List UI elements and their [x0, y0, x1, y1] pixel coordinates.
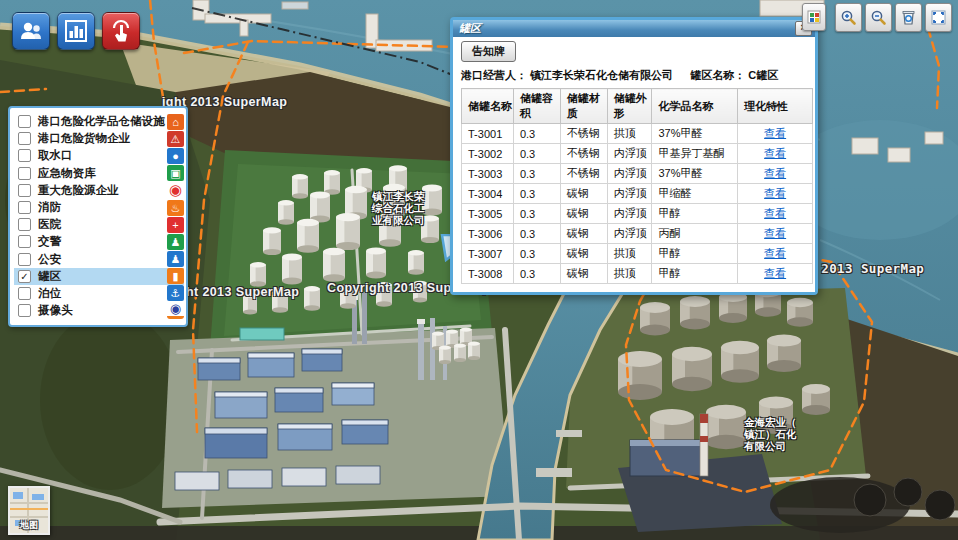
full-extent-button[interactable] — [925, 3, 952, 32]
layer-item[interactable]: 重大危险源企业 ◉ — [14, 182, 184, 199]
view-link[interactable]: 查看 — [764, 267, 786, 279]
table-row: T-3007 0.3 碳钢 拱顶 甲醇 查看 — [462, 244, 813, 264]
tank-shape-cell: 内浮顶 — [607, 164, 652, 184]
layer-panel: 港口危险化学品仓储设施 ⌂ 港口危险货物企业 ⚠ 取水口 ● 应急物资库 ▣ — [8, 106, 188, 327]
layer-checkbox[interactable] — [18, 201, 31, 214]
chemical-name-cell: 37%甲醛 — [652, 164, 738, 184]
layer-checkbox[interactable] — [18, 132, 31, 145]
layer-item[interactable]: 公安 ♟ — [14, 251, 184, 268]
layer-item[interactable]: 应急物资库 ▣ — [14, 165, 184, 182]
layer-checkbox[interactable] — [18, 304, 31, 317]
tank-table-header-cell: 理化特性 — [738, 89, 813, 124]
chemical-name-cell: 甲醇 — [652, 264, 738, 284]
statistics-button[interactable] — [57, 12, 95, 50]
layer-checkbox[interactable] — [18, 287, 31, 300]
operator-label: 港口经营人： — [461, 69, 527, 81]
layer-item-label: 摄像头 — [38, 303, 73, 318]
table-row: T-3003 0.3 不锈钢 内浮顶 37%甲醛 查看 — [462, 164, 813, 184]
layer-item-label: 消防 — [38, 200, 61, 215]
layer-checkbox[interactable]: ✓ — [18, 270, 31, 283]
tank-volume-cell: 0.3 — [513, 244, 560, 264]
layer-checkbox[interactable] — [18, 253, 31, 266]
tank-name-cell: T-3005 — [462, 204, 514, 224]
notice-board-button[interactable]: 告知牌 — [461, 41, 516, 62]
layer-item[interactable]: 取水口 ● — [14, 147, 184, 164]
tank-area-label: 罐区名称： — [690, 69, 745, 81]
layer-item[interactable]: 摄像头 ◉ — [14, 302, 184, 319]
layer-checkbox[interactable] — [18, 184, 31, 197]
clear-button[interactable] — [895, 3, 922, 32]
layer-item[interactable]: 泊位 ⚓ — [14, 285, 184, 302]
app-window: ight 2013 SuperMap ight 2013 SuperMap Co… — [0, 0, 958, 540]
view-link[interactable]: 查看 — [764, 207, 786, 219]
users-button[interactable] — [12, 12, 50, 50]
view-link[interactable]: 查看 — [764, 247, 786, 259]
berth-icon: ⚓ — [167, 285, 184, 301]
minimap-label: 地图 — [10, 519, 48, 532]
chem-warehouse-icon: ⌂ — [167, 114, 184, 130]
tank-name-cell: T-3002 — [462, 144, 514, 164]
map-control-toolbar — [799, 3, 952, 32]
dialog-title: 罐区 — [459, 21, 481, 36]
layer-checkbox[interactable] — [18, 115, 31, 128]
layer-item[interactable]: 消防 ♨ — [14, 199, 184, 216]
tank-material-cell: 碳钢 — [560, 264, 607, 284]
company-label: 镇江李长荣综合石化工业有限公司 — [372, 190, 425, 226]
table-row: T-3001 0.3 不锈钢 拱顶 37%甲醛 查看 — [462, 124, 813, 144]
tank-name-cell: T-3006 — [462, 224, 514, 244]
tank-volume-cell: 0.3 — [513, 164, 560, 184]
layer-item[interactable]: ✓ 罐区 ▮ — [14, 268, 184, 285]
tank-table-header-cell: 储罐名称 — [462, 89, 514, 124]
tank-table-header-cell: 储罐材质 — [560, 89, 607, 124]
view-link[interactable]: 查看 — [764, 147, 786, 159]
tank-area-dialog: 罐区 × 告知牌 港口经营人： 镇江李长荣石化仓储有限公司 罐区名称： C罐区 … — [450, 17, 818, 295]
minimap-switch-button[interactable]: 地图 — [8, 486, 50, 535]
layer-item[interactable]: 医院 + — [14, 216, 184, 233]
zoom-in-button[interactable] — [835, 3, 862, 32]
layer-item[interactable]: 港口危险货物企业 ⚠ — [14, 130, 184, 147]
layer-item-label: 交警 — [38, 234, 61, 249]
bar-chart-icon — [64, 19, 88, 43]
chemical-name-cell: 甲醇 — [652, 244, 738, 264]
view-link[interactable]: 查看 — [764, 167, 786, 179]
layer-checkbox[interactable] — [18, 167, 31, 180]
main-toolbar — [12, 12, 140, 50]
copyright-text: ight 2013 SuperMap — [174, 285, 299, 299]
tank-shape-cell: 内浮顶 — [607, 184, 652, 204]
tank-volume-cell: 0.3 — [513, 144, 560, 164]
dialog-info-line: 港口经营人： 镇江李长荣石化仓储有限公司 罐区名称： C罐区 — [461, 68, 807, 83]
layer-item-label: 泊位 — [38, 286, 61, 301]
fire-extinguisher-icon: ♨ — [167, 200, 184, 216]
touch-mode-button[interactable] — [102, 12, 140, 50]
view-link[interactable]: 查看 — [764, 187, 786, 199]
view-link[interactable]: 查看 — [764, 227, 786, 239]
tank-material-cell: 碳钢 — [560, 244, 607, 264]
operator-value: 镇江李长荣石化仓储有限公司 — [530, 69, 673, 81]
layer-checkbox[interactable] — [18, 149, 31, 162]
layer-item[interactable]: 港口危险化学品仓储设施 ⌂ — [14, 113, 184, 130]
chemical-name-cell: 37%甲醛 — [652, 124, 738, 144]
tank-volume-cell: 0.3 — [513, 204, 560, 224]
touch-icon — [108, 18, 134, 44]
tank-volume-cell: 0.3 — [513, 184, 560, 204]
view-link[interactable]: 查看 — [764, 127, 786, 139]
legend-button[interactable] — [802, 3, 826, 31]
tank-shape-cell: 拱顶 — [607, 244, 652, 264]
layer-checkbox[interactable] — [18, 218, 31, 231]
tank-name-cell: T-3001 — [462, 124, 514, 144]
users-icon — [18, 18, 44, 44]
tank-shape-cell: 拱顶 — [607, 124, 652, 144]
tank-material-cell: 碳钢 — [560, 204, 607, 224]
layer-item-label: 罐区 — [38, 269, 61, 284]
tank-table-header-row: 储罐名称储罐容积储罐材质储罐外形化学品名称理化特性 — [462, 89, 813, 124]
tank-material-cell: 不锈钢 — [560, 124, 607, 144]
tank-area-icon: ▮ — [167, 268, 184, 284]
tank-volume-cell: 0.3 — [513, 224, 560, 244]
layer-item[interactable]: 交警 ♟ — [14, 233, 184, 250]
tank-name-cell: T-3003 — [462, 164, 514, 184]
chemical-name-cell: 丙酮 — [652, 224, 738, 244]
water-intake-icon: ● — [167, 148, 184, 164]
zoom-out-button[interactable] — [865, 3, 892, 32]
layer-checkbox[interactable] — [18, 235, 31, 248]
dialog-titlebar[interactable]: 罐区 × — [453, 20, 815, 37]
